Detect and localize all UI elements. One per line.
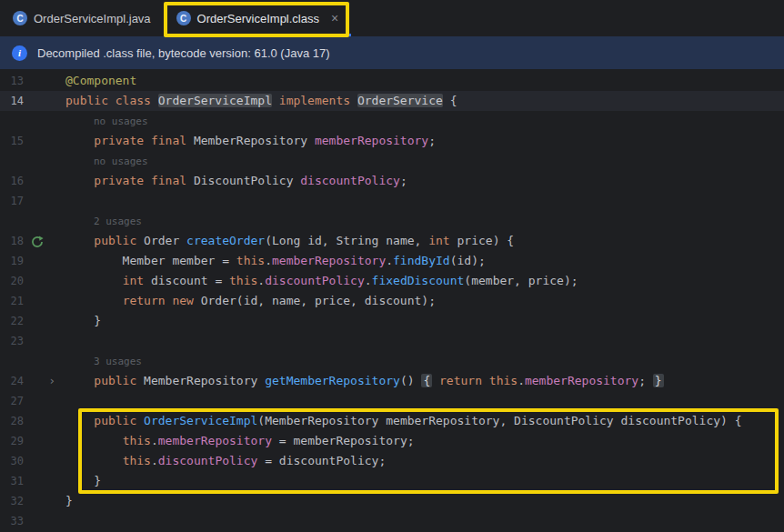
code-row[interactable]: 29 this.memberRepository = memberReposit… — [0, 431, 784, 451]
line-number — [0, 211, 24, 231]
code-row[interactable]: 22 } — [0, 311, 784, 331]
gutter: 28 — [0, 411, 58, 431]
gutter-icon-slot — [24, 151, 58, 171]
tab-orderserviceimpl-java[interactable]: C OrderServiceImpl.java — [0, 0, 164, 36]
line-number: 24 — [0, 371, 24, 391]
gutter-icon-slot — [24, 471, 58, 491]
decompiled-class-banner: i Decompiled .class file, bytecode versi… — [0, 36, 784, 69]
code-text[interactable]: this.memberRepository = memberRepository… — [58, 431, 415, 451]
editor-tab-bar: C OrderServiceImpl.java C OrderServiceIm… — [0, 0, 784, 36]
tab-orderserviceimpl-class[interactable]: C OrderServiceImpl.class × — [164, 0, 352, 36]
code-row[interactable]: 20 int discount = this.discountPolicy.fi… — [0, 271, 784, 291]
line-number: 33 — [0, 511, 24, 531]
close-icon[interactable]: × — [331, 12, 338, 25]
gutter: 27 — [0, 391, 58, 411]
usages-inlay-hint[interactable]: 3 usages — [94, 356, 142, 367]
code-text[interactable]: public OrderServiceImpl(MemberRepository… — [58, 411, 742, 431]
inlay-row[interactable]: 3 usages — [0, 351, 784, 371]
code-row[interactable]: 31 } — [0, 471, 784, 491]
line-number: 32 — [0, 491, 24, 511]
java-class-icon: C — [176, 11, 191, 25]
usages-inlay-hint[interactable]: no usages — [94, 156, 148, 167]
gutter-icon-slot — [24, 271, 58, 291]
gutter — [0, 351, 58, 371]
gutter-icon-slot — [24, 71, 58, 91]
line-number: 27 — [0, 391, 24, 411]
code-row[interactable]: 13@Component — [0, 71, 784, 91]
gutter: 17 — [0, 191, 58, 211]
code-text[interactable]: this.discountPolicy = discountPolicy; — [58, 451, 386, 471]
gutter-icon-slot — [24, 91, 58, 111]
code-text[interactable] — [58, 191, 65, 211]
code-text[interactable]: public class OrderServiceImpl implements… — [58, 91, 457, 111]
gutter-icon-slot — [24, 291, 58, 311]
line-number: 23 — [0, 331, 24, 351]
inlay-row[interactable]: no usages — [0, 111, 784, 131]
code-row[interactable]: 19 Member member = this.memberRepository… — [0, 251, 784, 271]
code-row[interactable]: 17 — [0, 191, 784, 211]
code-text[interactable]: Member member = this.memberRepository.fi… — [58, 251, 486, 271]
info-icon: i — [12, 45, 27, 61]
gutter — [0, 111, 58, 131]
code-text[interactable]: @Component — [58, 71, 136, 91]
code-row[interactable]: 33 — [0, 511, 784, 531]
run-recompile-icon[interactable] — [31, 235, 44, 247]
code-text[interactable]: public Order createOrder(Long id, String… — [58, 231, 514, 251]
code-text[interactable] — [58, 331, 65, 351]
gutter: 32 — [0, 491, 58, 511]
gutter: 19 — [0, 251, 58, 271]
line-number: 19 — [0, 251, 24, 271]
code-text[interactable]: public MemberRepository getMemberReposit… — [58, 371, 664, 391]
gutter: 13 — [0, 71, 58, 91]
gutter: 23 — [0, 331, 58, 351]
code-row[interactable]: 18 public Order createOrder(Long id, Str… — [0, 231, 784, 251]
line-number: 20 — [0, 271, 24, 291]
code-text[interactable]: } — [58, 471, 101, 491]
gutter: 20 — [0, 271, 58, 291]
code-text[interactable] — [58, 511, 65, 531]
gutter — [0, 211, 58, 231]
gutter: 18 — [0, 231, 58, 251]
code-text[interactable]: no usages — [58, 151, 148, 171]
code-row[interactable]: 28 public OrderServiceImpl(MemberReposit… — [0, 411, 784, 431]
inlay-row[interactable]: no usages — [0, 151, 784, 171]
code-text[interactable]: 2 usages — [58, 211, 142, 231]
code-row[interactable]: 30 this.discountPolicy = discountPolicy; — [0, 451, 784, 471]
java-class-icon: C — [13, 11, 27, 25]
usages-inlay-hint[interactable]: 2 usages — [94, 216, 142, 227]
code-row[interactable]: 16 private final DiscountPolicy discount… — [0, 171, 784, 191]
code-text[interactable]: return new Order(id, name, price, discou… — [58, 291, 436, 311]
code-row[interactable]: 24› public MemberRepository getMemberRep… — [0, 371, 784, 391]
code-row[interactable]: 23 — [0, 331, 784, 351]
code-row[interactable]: 14public class OrderServiceImpl implemen… — [0, 91, 784, 111]
gutter: 15 — [0, 131, 58, 151]
gutter-icon-slot — [24, 111, 58, 131]
tab-label: OrderServiceImpl.class — [197, 12, 319, 25]
tab-label: OrderServiceImpl.java — [34, 12, 151, 25]
line-number: 15 — [0, 131, 24, 151]
code-text[interactable] — [58, 391, 65, 411]
code-row[interactable]: 15 private final MemberRepository member… — [0, 131, 784, 151]
gutter: 31 — [0, 471, 58, 491]
code-text[interactable]: } — [58, 491, 73, 511]
code-editor[interactable]: 13@Component14public class OrderServiceI… — [0, 69, 784, 532]
code-row[interactable]: 27 — [0, 391, 784, 411]
code-text[interactable]: private final DiscountPolicy discountPol… — [58, 171, 407, 191]
gutter-icon-slot — [24, 411, 58, 431]
code-text[interactable]: 3 usages — [58, 351, 142, 371]
code-row[interactable]: 32} — [0, 491, 784, 511]
code-text[interactable]: int discount = this.discountPolicy.fixed… — [58, 271, 578, 291]
gutter — [0, 151, 58, 171]
code-text[interactable]: } — [58, 311, 101, 331]
code-row[interactable]: 21 return new Order(id, name, price, dis… — [0, 291, 784, 311]
inlay-row[interactable]: 2 usages — [0, 211, 784, 231]
gutter-icon-slot — [24, 511, 58, 531]
usages-inlay-hint[interactable]: no usages — [94, 115, 148, 127]
fold-arrow-icon[interactable]: › — [48, 371, 55, 391]
code-text[interactable]: no usages — [58, 111, 148, 131]
gutter-icon-slot — [24, 191, 58, 211]
code-text[interactable]: private final MemberRepository memberRep… — [58, 131, 436, 151]
gutter-icon-slot — [24, 451, 58, 471]
gutter: 24› — [0, 371, 58, 391]
line-number — [0, 351, 24, 371]
